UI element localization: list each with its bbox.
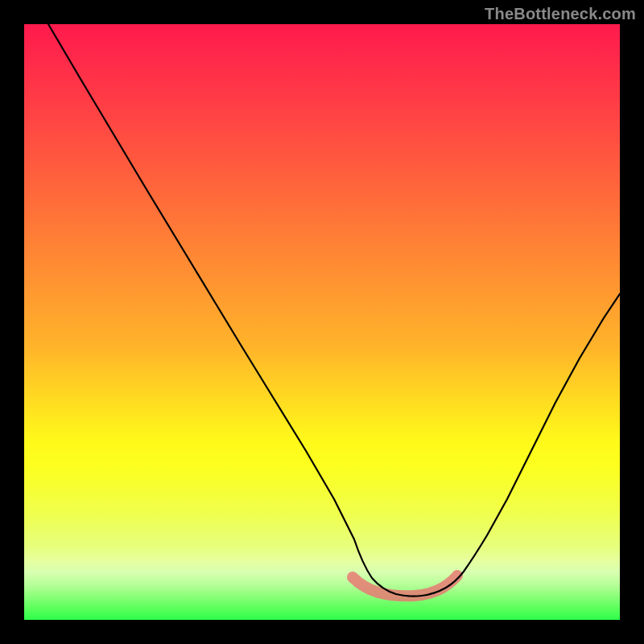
bottleneck-curve [48, 24, 620, 597]
optimal-zone-highlight [353, 576, 457, 596]
plot-area [24, 24, 620, 620]
chart-canvas: TheBottleneck.com [0, 0, 644, 644]
plot-svg [24, 24, 620, 620]
watermark-text: TheBottleneck.com [485, 5, 636, 23]
